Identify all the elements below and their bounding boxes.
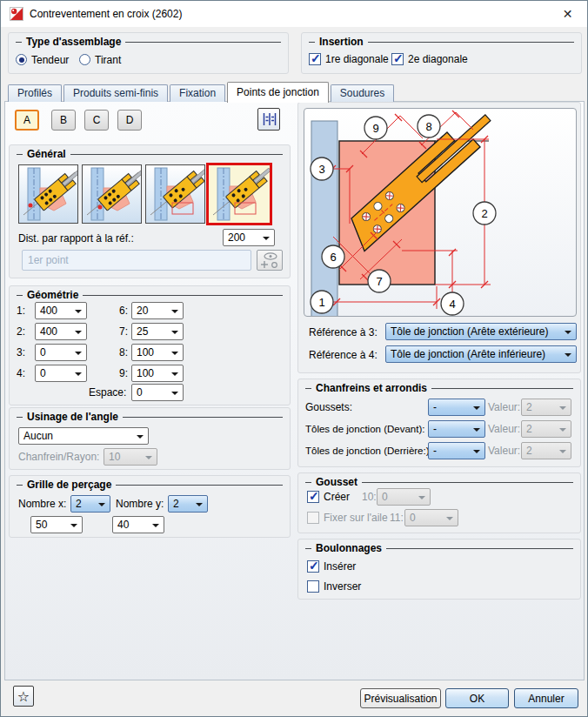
gusset-fix-label: Fixer sur l'aile	[324, 510, 388, 526]
gusset-10-value: 0	[382, 491, 388, 503]
grid-nx-combo[interactable]: 2	[70, 495, 110, 513]
radio-tendeur[interactable]	[16, 54, 27, 65]
chamfers-group: Chanfreins et arrondis Goussets: - Valeu…	[297, 379, 581, 467]
bolts-invert-checkbox[interactable]	[307, 580, 319, 593]
grid-nx-label: Nombre x:	[18, 496, 66, 512]
svg-text:8: 8	[425, 120, 431, 133]
joint-diagram: 1 2 3 4 6 7 8 9	[304, 109, 577, 317]
assembly-variant-3-thumbnail[interactable]	[145, 164, 205, 224]
tab-soudures[interactable]: Soudures	[331, 84, 394, 102]
dist-reference-label: Dist. par rapport à la réf.:	[18, 231, 134, 246]
geometry-2-value: 400	[40, 325, 57, 338]
gusset-create-checkbox[interactable]	[307, 491, 319, 503]
assembly-variant-4-thumbnail[interactable]	[206, 163, 272, 225]
chamfers-goussets-combo[interactable]: -	[428, 399, 485, 416]
svg-text:3: 3	[318, 163, 324, 176]
reference-4-combo[interactable]: Tôle de jonction (Arête inférieure)	[385, 345, 577, 363]
geometry-7-combo[interactable]: 25	[131, 323, 184, 340]
chamfers-goussets-valeur-label: Valeur:	[488, 399, 520, 415]
ok-button[interactable]: OK	[445, 688, 509, 708]
assembly-type-title: Type d'assemblage	[26, 36, 121, 48]
mirror-button[interactable]	[257, 108, 280, 131]
chamfers-goussets-valeur-value: 2	[526, 401, 532, 413]
close-icon[interactable]: ✕	[548, 1, 587, 27]
chamfer-radius-label: Chanfrein/Rayon:	[18, 449, 99, 465]
chamfers-goussets-value: -	[433, 401, 437, 413]
preview-button[interactable]: Prévisualisation	[360, 688, 441, 708]
chamfers-title: Chanfreins et arrondis	[316, 382, 427, 394]
geometry-9-combo[interactable]: 100	[131, 365, 184, 382]
svg-text:6: 6	[330, 251, 336, 264]
chamfers-front-valeur-combo[interactable]: 2	[521, 420, 571, 438]
gusset-fix-checkbox[interactable]	[307, 512, 319, 524]
tab-points-de-jonction[interactable]: Points de jonction	[227, 82, 329, 103]
point-selector-b[interactable]: B	[51, 110, 76, 131]
gusset-group: Gousset Créer 10: 0 Fixer sur l'aile 11:…	[297, 472, 581, 533]
corner-machining-title: Usinage de l'angle	[27, 411, 118, 423]
chamfers-goussets-label: Goussets:	[305, 399, 352, 415]
bolts-insert-label: Insérer	[324, 559, 356, 574]
geometry-4-combo[interactable]: 0	[35, 365, 87, 382]
geometry-3-combo[interactable]: 0	[35, 344, 87, 361]
chamfers-back-valeur-combo[interactable]: 2	[521, 442, 571, 459]
assembly-variant-3-image	[146, 165, 204, 223]
radio-tirant[interactable]	[79, 54, 90, 65]
hole-grid-title: Grille de perçage	[27, 479, 111, 491]
assembly-variant-4-image	[209, 165, 270, 223]
general-group: Général	[9, 144, 291, 278]
geometry-space-value: 0	[137, 386, 143, 399]
geometry-space-label: Espace:	[89, 385, 126, 400]
grid-dy-combo[interactable]: 40	[112, 516, 164, 533]
point-selector-c[interactable]: C	[84, 110, 109, 131]
checkbox-2e-diagonale[interactable]	[391, 53, 404, 65]
geometry-8-label: 8:	[119, 345, 128, 360]
assembly-variant-2-thumbnail[interactable]	[82, 164, 142, 224]
geometry-9-value: 100	[137, 367, 154, 379]
geometry-6-combo[interactable]: 20	[131, 302, 184, 319]
corner-mode-value: Aucun	[23, 430, 53, 442]
assembly-variant-2-image	[83, 165, 141, 223]
grid-ny-label: Nombre y:	[116, 496, 164, 512]
chamfers-front-combo[interactable]: -	[428, 420, 485, 438]
grid-ny-combo[interactable]: 2	[168, 495, 208, 513]
bolts-insert-checkbox[interactable]	[307, 560, 319, 573]
pick-point-button[interactable]	[257, 250, 283, 271]
reference-3-combo[interactable]: Tôle de jonction (Arête extérieure)	[385, 323, 577, 340]
bolts-group: Boulonnages Insérer Inverser	[297, 539, 581, 600]
point-selector-a[interactable]: A	[15, 110, 39, 131]
cancel-button[interactable]: Annuler	[514, 688, 578, 708]
assembly-variant-1-thumbnail[interactable]	[18, 164, 78, 224]
geometry-1-combo[interactable]: 400	[35, 302, 87, 319]
reference-3-label: Référence à 3:	[309, 325, 378, 340]
gusset-11-label: 11:	[390, 510, 404, 526]
chamfers-back-valeur-value: 2	[526, 445, 532, 457]
chamfers-back-combo[interactable]: -	[428, 442, 485, 459]
gusset-10-combo[interactable]: 0	[377, 488, 431, 506]
chamfers-goussets-valeur-combo[interactable]: 2	[521, 399, 571, 416]
grid-nx-value: 2	[76, 498, 82, 510]
dist-reference-combo[interactable]: 200	[223, 229, 275, 246]
favorite-star-button[interactable]: ☆	[13, 686, 34, 707]
checkbox-1re-diagonale[interactable]	[309, 53, 321, 65]
geometry-6-label: 6:	[119, 303, 128, 318]
point-selector-d[interactable]: D	[117, 110, 142, 131]
svg-text:9: 9	[372, 122, 378, 135]
corner-mode-combo[interactable]: Aucun	[18, 427, 149, 445]
gusset-11-combo[interactable]: 0	[404, 509, 458, 526]
geometry-space-combo[interactable]: 0	[131, 384, 184, 401]
geometry-2-combo[interactable]: 400	[35, 323, 87, 340]
tab-profiles[interactable]: Profilés	[8, 84, 62, 102]
grid-dx-combo[interactable]: 50	[30, 516, 83, 533]
chamfers-front-valeur-value: 2	[526, 423, 532, 435]
geometry-4-value: 0	[40, 367, 46, 379]
bolts-invert-label: Inverser	[324, 579, 361, 594]
app-icon	[10, 7, 23, 21]
tab-produits-semi-finis[interactable]: Produits semi-finis	[63, 84, 168, 102]
tab-fixation[interactable]: Fixation	[170, 84, 225, 102]
assembly-variant-1-image	[19, 165, 77, 223]
geometry-8-combo[interactable]: 100	[131, 344, 184, 361]
gusset-11-value: 0	[410, 512, 416, 524]
chamfer-radius-combo[interactable]: 10	[104, 448, 157, 466]
first-point-input[interactable]: 1er point	[22, 250, 251, 271]
grid-dy-value: 40	[117, 519, 129, 531]
